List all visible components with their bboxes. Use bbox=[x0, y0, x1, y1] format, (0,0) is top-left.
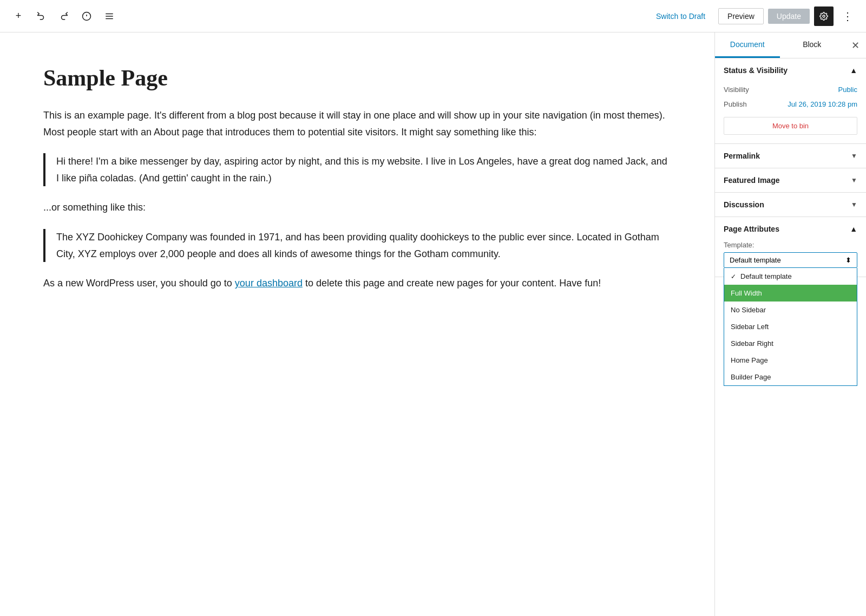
paragraph-3-before: As a new WordPress user, you should go t… bbox=[43, 278, 235, 289]
template-option-fullwidth[interactable]: Full Width bbox=[724, 285, 857, 302]
svg-point-6 bbox=[823, 15, 825, 17]
template-select[interactable]: Default template ⬍ bbox=[724, 252, 857, 268]
main-layout: Sample Page This is an example page. It'… bbox=[0, 32, 866, 616]
discussion-section: Discussion ▼ bbox=[715, 193, 866, 217]
close-icon: ✕ bbox=[851, 40, 860, 51]
template-dropdown-container: Default template ⬍ Default template Full… bbox=[724, 252, 857, 268]
update-button[interactable]: Update bbox=[768, 9, 810, 24]
template-option-nosidebar[interactable]: No Sidebar bbox=[724, 302, 857, 318]
close-sidebar-button[interactable]: ✕ bbox=[844, 32, 866, 58]
status-visibility-section: Status & Visibility ▲ Visibility Public … bbox=[715, 58, 866, 144]
permalink-header[interactable]: Permalink ▼ bbox=[715, 144, 866, 168]
settings-button[interactable] bbox=[814, 6, 834, 26]
status-visibility-header[interactable]: Status & Visibility ▲ bbox=[715, 58, 866, 82]
status-visibility-title: Status & Visibility bbox=[724, 66, 788, 75]
paragraph-2: ...or something like this: bbox=[43, 199, 671, 216]
page-attributes-content: Template: Default template ⬍ Default tem… bbox=[715, 241, 866, 277]
gear-icon bbox=[819, 12, 828, 21]
undo-icon bbox=[36, 11, 46, 21]
tab-block[interactable]: Block bbox=[780, 32, 845, 58]
template-dropdown-arrow: ⬍ bbox=[845, 256, 851, 264]
status-visibility-chevron-up: ▲ bbox=[850, 66, 857, 75]
switch-to-draft-button[interactable]: Switch to Draft bbox=[656, 12, 705, 21]
redo-icon bbox=[59, 11, 69, 21]
discussion-chevron-down: ▼ bbox=[851, 201, 857, 208]
featured-image-chevron-down: ▼ bbox=[851, 176, 857, 184]
visibility-label: Visibility bbox=[724, 86, 749, 94]
template-option-homepage[interactable]: Home Page bbox=[724, 352, 857, 369]
sidebar: Document Block ✕ Status & Visibility ▲ V… bbox=[714, 32, 866, 616]
discussion-title: Discussion bbox=[724, 200, 764, 209]
featured-image-header[interactable]: Featured Image ▼ bbox=[715, 168, 866, 192]
template-option-sidebarright[interactable]: Sidebar Right bbox=[724, 335, 857, 352]
toolbar-right: Switch to Draft Preview Update ⋮ bbox=[656, 6, 857, 26]
permalink-section: Permalink ▼ bbox=[715, 144, 866, 168]
page-title: Sample Page bbox=[43, 65, 671, 91]
publish-date[interactable]: Jul 26, 2019 10:28 pm bbox=[788, 100, 857, 108]
featured-image-section: Featured Image ▼ bbox=[715, 168, 866, 193]
publish-label: Publish bbox=[724, 100, 747, 108]
dashboard-link[interactable]: your dashboard bbox=[235, 278, 303, 289]
list-icon bbox=[104, 11, 114, 21]
paragraph-1: This is an example page. It's different … bbox=[43, 107, 671, 140]
move-to-bin-button[interactable]: Move to bin bbox=[724, 117, 857, 135]
add-icon: + bbox=[16, 10, 22, 22]
template-label: Template: bbox=[724, 241, 857, 249]
info-button[interactable] bbox=[77, 6, 96, 26]
paragraph-3: As a new WordPress user, you should go t… bbox=[43, 275, 671, 292]
page-attributes-title: Page Attributes bbox=[724, 225, 779, 233]
permalink-chevron-down: ▼ bbox=[851, 152, 857, 160]
sidebar-tabs: Document Block ✕ bbox=[715, 32, 866, 58]
preview-button[interactable]: Preview bbox=[718, 8, 764, 24]
permalink-title: Permalink bbox=[724, 152, 760, 160]
toolbar-left: + bbox=[9, 6, 119, 26]
visibility-value[interactable]: Public bbox=[838, 86, 857, 94]
template-selected-value: Default template bbox=[730, 256, 781, 264]
template-dropdown-options: Default template Full Width No Sidebar S… bbox=[724, 268, 857, 386]
info-icon bbox=[82, 11, 91, 21]
visibility-row: Visibility Public bbox=[724, 82, 857, 97]
blockquote-1: Hi there! I'm a bike messenger by day, a… bbox=[43, 153, 671, 186]
page-attributes-section: Page Attributes ▲ Template: Default temp… bbox=[715, 217, 866, 277]
more-dots-icon: ⋮ bbox=[842, 10, 853, 23]
paragraph-3-after: to delete this page and create new pages… bbox=[303, 278, 601, 289]
more-options-button[interactable]: ⋮ bbox=[838, 6, 857, 26]
status-visibility-content: Visibility Public Publish Jul 26, 2019 1… bbox=[715, 82, 866, 143]
undo-button[interactable] bbox=[31, 6, 51, 26]
discussion-header[interactable]: Discussion ▼ bbox=[715, 193, 866, 217]
editor-area: Sample Page This is an example page. It'… bbox=[0, 32, 714, 616]
publish-row: Publish Jul 26, 2019 10:28 pm bbox=[724, 97, 857, 112]
featured-image-title: Featured Image bbox=[724, 176, 779, 185]
blockquote-2: The XYZ Doohickey Company was founded in… bbox=[43, 229, 671, 262]
list-view-button[interactable] bbox=[100, 6, 119, 26]
page-attributes-header[interactable]: Page Attributes ▲ bbox=[715, 217, 866, 241]
template-option-builderpage[interactable]: Builder Page bbox=[724, 369, 857, 385]
add-block-button[interactable]: + bbox=[9, 6, 28, 26]
template-option-sidebarleft[interactable]: Sidebar Left bbox=[724, 318, 857, 335]
template-option-default[interactable]: Default template bbox=[724, 268, 857, 285]
redo-button[interactable] bbox=[54, 6, 74, 26]
toolbar: + Switch to Draft Preview Update ⋮ bbox=[0, 0, 866, 32]
page-attributes-chevron-up: ▲ bbox=[850, 225, 857, 233]
tab-document[interactable]: Document bbox=[715, 32, 780, 58]
